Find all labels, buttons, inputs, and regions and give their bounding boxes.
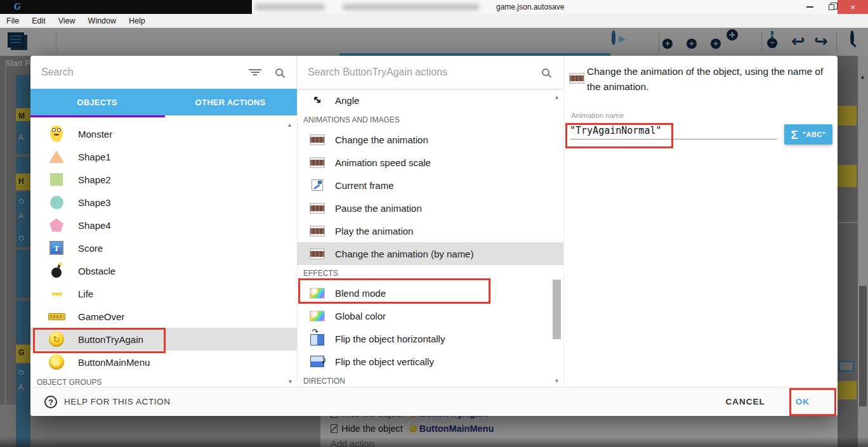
scroll-up-arrow[interactable]: ▲ (554, 94, 560, 100)
film-icon (310, 134, 325, 145)
scroll-down-arrow[interactable]: ▼ (554, 378, 560, 384)
flip-vertical-icon (310, 356, 324, 367)
menu-help[interactable]: Help (122, 16, 152, 25)
expression-editor-button[interactable]: Σ "ABC" (784, 124, 832, 145)
action-row-play-animation[interactable]: Play the animation (297, 219, 563, 242)
title-bar: G game.json.autosave × (0, 0, 868, 14)
menu-view[interactable]: View (52, 16, 82, 25)
menu-bar: File Edit View Window Help (0, 14, 868, 28)
object-row-buttonmainmenu[interactable]: ButtonMainMenu (30, 351, 297, 373)
close-icon: × (850, 3, 855, 12)
section-animations-and-images: ANIMATIONS AND IMAGES (297, 112, 563, 128)
object-row-shape4[interactable]: Shape4 (30, 214, 297, 236)
search-icon (275, 68, 283, 76)
scroll-down-arrow[interactable]: ▼ (287, 379, 293, 385)
object-label: Shape1 (78, 152, 111, 162)
redacted-title-text (343, 4, 479, 10)
animation-name-input[interactable] (570, 122, 777, 139)
action-label: Current frame (335, 180, 394, 191)
action-row-flip-horizontally[interactable]: Flip the object horizontally (297, 327, 563, 350)
restore-icon (829, 4, 834, 10)
help-icon: ? (44, 396, 57, 408)
action-description: Change the animation of the object, usin… (587, 64, 836, 94)
rainbow-icon (310, 288, 325, 299)
triangle-icon (49, 150, 64, 163)
animation-name-label: Animation name (571, 112, 624, 119)
rainbow-icon (310, 311, 325, 321)
circle-icon (50, 196, 63, 209)
cancel-button[interactable]: CANCEL (717, 391, 774, 413)
action-row-angle[interactable]: Angle (297, 89, 563, 112)
action-label: Change the animation (335, 134, 428, 145)
object-row-life[interactable]: Life (30, 282, 297, 305)
sigma-icon: Σ (791, 129, 798, 141)
scrollbar-thumb[interactable] (553, 280, 561, 339)
object-row-score[interactable]: Score (30, 236, 297, 259)
help-for-this-action-link[interactable]: HELP FOR THIS ACTION (64, 397, 171, 406)
minimize-button[interactable] (798, 0, 821, 14)
film-icon (310, 249, 325, 259)
action-parameters-panel: Change the animation of the object, usin… (563, 56, 838, 387)
hearts-icon (51, 288, 61, 299)
action-row-blend-mode[interactable]: Blend mode (297, 282, 563, 304)
pentagon-icon (49, 219, 63, 232)
action-label: Blend mode (335, 288, 386, 299)
window-title-filename: game.json.autosave (496, 3, 564, 11)
home-button-icon (49, 354, 64, 370)
object-search-input[interactable] (41, 67, 249, 78)
action-row-pause-animation[interactable]: Pause the animation (297, 197, 563, 219)
action-row-current-frame[interactable]: Current frame (297, 174, 563, 197)
object-label: Shape2 (78, 174, 111, 185)
redacted-title-text (255, 4, 325, 10)
film-icon (569, 73, 584, 84)
scroll-up-arrow[interactable]: ▲ (287, 122, 293, 128)
bomb-icon (51, 268, 62, 278)
object-row-monster[interactable]: Monster (30, 122, 297, 145)
action-label: Global color (335, 311, 386, 321)
action-label: Flip the object vertically (335, 356, 434, 367)
title-bar-dark-segment: G (0, 0, 252, 14)
gdevelop-logo-icon: G (14, 1, 25, 13)
object-row-gameover[interactable]: GameOver (30, 305, 297, 328)
object-row-shape3[interactable]: Shape3 (30, 191, 297, 214)
action-row-animation-speed-scale[interactable]: Animation speed scale (297, 151, 563, 174)
action-row-change-animation-by-name[interactable]: Change the animation (by name) (297, 242, 563, 265)
frame-icon (312, 179, 323, 191)
tab-objects[interactable]: OBJECTS (30, 89, 164, 115)
choose-action-dialog: OBJECTS OTHER ACTIONS Monster Shape1 Sha… (30, 56, 838, 416)
object-row-obstacle[interactable]: Obstacle (30, 259, 297, 282)
action-row-flip-vertically[interactable]: Flip the object vertically (297, 350, 563, 373)
object-row-shape1[interactable]: Shape1 (30, 145, 297, 168)
object-label: ButtonMainMenu (78, 357, 150, 368)
action-search-input[interactable] (308, 67, 542, 78)
object-label: Obstacle (78, 266, 115, 276)
menu-edit[interactable]: Edit (25, 16, 52, 25)
action-row-global-color[interactable]: Global color (297, 304, 563, 327)
left-panel-tabs: OBJECTS OTHER ACTIONS (30, 89, 297, 115)
object-label: Score (78, 243, 103, 254)
banner-icon (48, 313, 65, 320)
text-object-icon (49, 241, 63, 255)
action-row-change-animation[interactable]: Change the animation (297, 128, 563, 151)
action-label: Play the animation (335, 226, 413, 236)
filter-icon[interactable] (249, 68, 261, 77)
object-label: Shape4 (78, 220, 111, 231)
monster-sprite-icon (50, 126, 63, 142)
abc-label: "ABC" (803, 131, 826, 138)
close-button[interactable]: × (838, 0, 868, 14)
gdevelop-window: G game.json.autosave × File Edit View Wi… (0, 0, 868, 447)
search-icon (542, 68, 549, 76)
menu-window[interactable]: Window (82, 16, 122, 25)
menu-file[interactable]: File (0, 16, 25, 25)
square-icon (50, 173, 63, 186)
object-row-shape2[interactable]: Shape2 (30, 168, 297, 191)
film-icon (310, 157, 325, 168)
film-icon (310, 203, 325, 214)
ok-button[interactable]: OK (786, 391, 820, 413)
tab-other-actions[interactable]: OTHER ACTIONS (164, 89, 297, 115)
refresh-button-icon (49, 332, 64, 347)
object-row-buttontryagain[interactable]: ButtonTryAgain (30, 328, 297, 351)
angle-icon (313, 94, 322, 106)
object-label: Life (78, 288, 93, 299)
action-search-bar (297, 56, 563, 89)
